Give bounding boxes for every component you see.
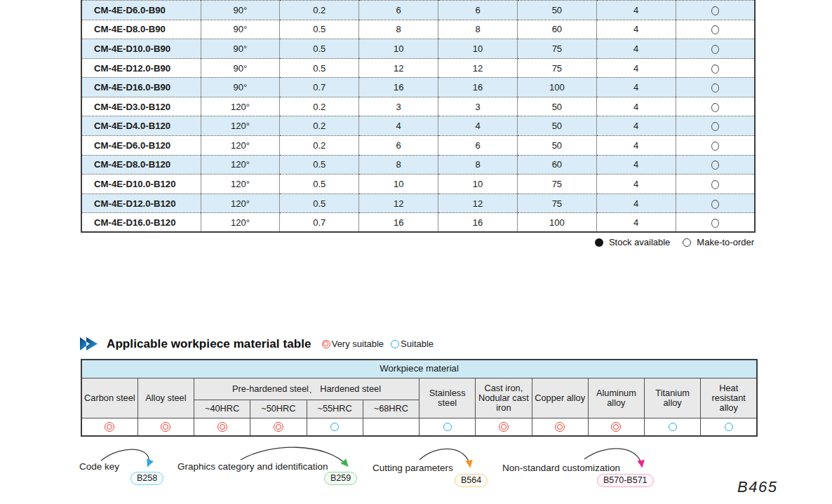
value-cell: 4 <box>596 193 676 213</box>
value-cell: 12 <box>359 58 438 78</box>
value-cell: 6 <box>359 1 438 20</box>
value-cell: 16 <box>438 78 518 97</box>
value-cell: 3 <box>438 97 518 116</box>
model-cell: CM-4E-D10.0-B90 <box>81 39 201 59</box>
model-cell: CM-4E-D16.0-B90 <box>81 78 201 97</box>
suitability-cell <box>307 418 363 436</box>
value-cell: 12 <box>438 58 518 78</box>
section-title: Applicable workpiece material table <box>107 337 311 351</box>
material-col-header: Stainless steel <box>420 379 476 418</box>
stock-cell <box>676 20 755 39</box>
value-cell: 120° <box>201 193 280 213</box>
stock-cell <box>676 1 755 20</box>
suitability-cell <box>363 418 419 436</box>
page-ref-badge[interactable]: B259 <box>324 472 357 485</box>
value-cell: 100 <box>517 213 596 233</box>
value-cell: 6 <box>438 136 518 156</box>
value-cell: 0.7 <box>280 78 359 97</box>
value-cell: 75 <box>517 58 596 78</box>
value-cell: 120° <box>201 155 280 175</box>
value-cell: 120° <box>201 213 280 233</box>
stock-cell <box>676 97 755 116</box>
page-ref-badge[interactable]: B258 <box>130 472 163 485</box>
value-cell: 16 <box>438 213 518 233</box>
value-cell: 100 <box>517 78 596 97</box>
make-to-order-icon <box>711 200 719 209</box>
suitable-icon <box>391 340 399 348</box>
model-cell: CM-4E-D10.0-B120 <box>81 175 201 194</box>
value-cell: 4 <box>596 213 676 233</box>
stock-legend: Stock available Make-to-order <box>595 237 754 247</box>
make-to-order-icon <box>711 122 719 131</box>
table-row: CM-4E-D10.0-B9090°0.51010754 <box>81 39 755 59</box>
value-cell: 6 <box>438 1 518 20</box>
very-suitable-icon <box>105 422 114 432</box>
value-cell: 90° <box>201 20 280 39</box>
suitable-icon <box>725 423 733 431</box>
table-row: CM-4E-D8.0-B9090°0.588604 <box>81 20 755 39</box>
value-cell: 16 <box>359 78 438 97</box>
value-cell: 90° <box>201 58 280 78</box>
table-row: CM-4E-D6.0-B120120°0.266504 <box>81 136 755 156</box>
value-cell: 120° <box>201 97 280 116</box>
value-cell: 4 <box>596 1 676 20</box>
model-cell: CM-4E-D4.0-B120 <box>81 116 201 136</box>
value-cell: 0.2 <box>280 116 359 136</box>
stock-cell <box>676 155 755 175</box>
value-cell: 75 <box>517 39 596 59</box>
value-cell: 10 <box>359 39 438 59</box>
page-ref-badge[interactable]: B570-B571 <box>597 474 654 487</box>
value-cell: 4 <box>596 136 676 156</box>
make-to-order-icon <box>711 25 719 34</box>
model-cell: CM-4E-D8.0-B120 <box>81 155 201 175</box>
stock-cell <box>676 193 755 213</box>
stock-cell <box>676 116 755 136</box>
value-cell: 90° <box>201 78 280 97</box>
value-cell: 4 <box>596 39 676 59</box>
table-row: CM-4E-D8.0-B120120°0.588604 <box>81 155 755 175</box>
stock-cell <box>676 175 755 194</box>
value-cell: 0.2 <box>280 136 359 156</box>
suitability-cell <box>588 418 644 436</box>
catalog-table: CM-4E-D6.0-B9090°0.266504CM-4E-D8.0-B909… <box>81 0 756 233</box>
model-cell: CM-4E-D16.0-B120 <box>81 213 201 233</box>
suitability-legend: Very suitable Suitable <box>322 339 434 349</box>
value-cell: 3 <box>359 97 438 116</box>
suitability-cell <box>137 418 194 436</box>
value-cell: 4 <box>596 155 676 175</box>
curved-arrow-icon <box>581 449 651 472</box>
value-cell: 50 <box>517 136 596 156</box>
suitability-cell <box>250 418 307 436</box>
make-to-order-icon <box>711 161 719 170</box>
make-to-order-icon <box>711 142 719 151</box>
curved-arrow-icon <box>416 449 483 472</box>
suitability-cell <box>701 418 757 436</box>
stock-available-label: Stock available <box>609 237 670 247</box>
double-chevron-icon <box>80 336 100 351</box>
value-cell: 4 <box>596 78 676 97</box>
page-ref-badge[interactable]: B564 <box>455 474 488 487</box>
make-to-order-icon <box>711 64 719 74</box>
very-suitable-icon <box>555 422 565 432</box>
workpiece-table-body: Workpiece materialCarbon steelAlloy stee… <box>81 360 757 436</box>
value-cell: 16 <box>359 213 438 233</box>
value-cell: 12 <box>359 193 438 213</box>
suitability-cell <box>81 418 137 436</box>
stock-cell <box>676 39 755 59</box>
table-row: CM-4E-D12.0-B120120°0.51212754 <box>81 193 755 213</box>
value-cell: 120° <box>201 136 280 156</box>
very-suitable-icon <box>322 340 330 348</box>
stock-cell <box>676 213 755 233</box>
section-header: Applicable workpiece material table Very… <box>80 336 434 351</box>
make-to-order-icon <box>711 6 719 15</box>
value-cell: 50 <box>517 97 596 116</box>
value-cell: 8 <box>438 155 518 175</box>
table-row: CM-4E-D4.0-B120120°0.244504 <box>81 116 755 136</box>
model-cell: CM-4E-D6.0-B90 <box>81 1 201 20</box>
workpiece-banner-row: Workpiece material <box>81 360 757 379</box>
value-cell: 0.5 <box>280 193 359 213</box>
value-cell: 0.5 <box>280 20 359 39</box>
very-suitable-icon <box>611 422 621 432</box>
value-cell: 50 <box>517 1 596 20</box>
hrc-col-header: ~40HRC <box>194 400 250 418</box>
